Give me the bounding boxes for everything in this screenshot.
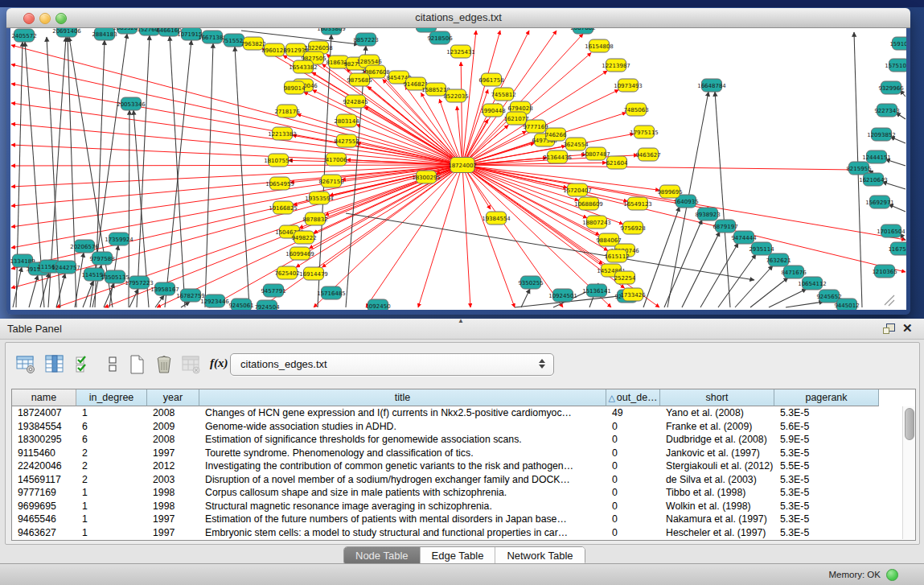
column-header-pagerank[interactable]: pagerank: [774, 389, 879, 406]
graph-node[interactable]: 746266: [545, 128, 567, 141]
cell-pagerank[interactable]: 5.3E-5: [774, 473, 879, 487]
window-titlebar[interactable]: citations_edges.txt: [6, 8, 910, 28]
cell-short[interactable]: Hescheler et al. (1997): [660, 526, 774, 540]
graph-node[interactable]: 16099469: [285, 247, 314, 260]
cell-in_degree[interactable]: 2: [76, 473, 147, 487]
cell-title[interactable]: Structural magnetic resonance image aver…: [199, 500, 606, 513]
graph-node[interactable]: 9498222: [291, 231, 316, 244]
table-source-dropdown[interactable]: citations_edges.txt: [230, 353, 554, 376]
cell-in_degree[interactable]: 1: [76, 526, 147, 540]
graph-node[interactable]: 19384554: [482, 212, 511, 225]
cell-pagerank[interactable]: 5.5E-5: [774, 459, 879, 473]
tab-edge-table[interactable]: Edge Table: [421, 547, 496, 565]
cell-name[interactable]: 18300295: [12, 433, 76, 447]
cell-out_de[interactable]: 0: [606, 513, 660, 526]
graph-node[interactable]: 16154808: [585, 39, 614, 52]
graph-node[interactable]: 18107554: [264, 154, 293, 167]
graph-node[interactable]: 9445012: [834, 299, 859, 310]
graph-node[interactable]: 16549123: [623, 197, 652, 210]
graph-node[interactable]: 417006: [326, 153, 347, 166]
graph-node[interactable]: 8471676: [781, 266, 807, 278]
table-vertical-scrollbar[interactable]: [902, 406, 915, 539]
cell-pagerank[interactable]: 5.6E-5: [774, 420, 879, 434]
graph-node[interactable]: 621604: [606, 156, 628, 169]
cell-out_de[interactable]: 0: [606, 526, 660, 540]
graph-node[interactable]: 9899695: [657, 185, 682, 198]
cell-year[interactable]: 2008: [147, 433, 199, 447]
graph-node[interactable]: 8522035: [443, 89, 468, 102]
graph-node[interactable]: 6961758: [478, 73, 503, 86]
cell-year[interactable]: 1998: [147, 486, 199, 500]
cell-year[interactable]: 2008: [147, 406, 199, 420]
table-row[interactable]: 2242004622012Investigating the contribut…: [12, 459, 903, 473]
graph-node[interactable]: 15751074: [885, 59, 906, 72]
scrollbar-thumb[interactable]: [905, 408, 914, 440]
close-panel-icon[interactable]: ✕: [902, 321, 913, 336]
cell-title[interactable]: Tourette syndrome. Phenomenology and cla…: [199, 447, 606, 460]
cell-short[interactable]: Dudbridge et al. (2008): [660, 433, 774, 447]
graph-node[interactable]: 9756928: [620, 221, 645, 234]
cell-pagerank[interactable]: 5.3E-5: [774, 486, 879, 500]
graph-node[interactable]: 13958167: [150, 282, 179, 295]
graph-node[interactable]: 12213987: [602, 59, 630, 72]
cell-title[interactable]: Changes of HCN gene expression and I(f) …: [199, 406, 606, 420]
graph-node[interactable]: 21364436: [543, 150, 572, 163]
graph-node[interactable]: 10654112: [798, 277, 827, 290]
cell-pagerank[interactable]: 5.3E-5: [774, 513, 879, 526]
cell-name[interactable]: 9115460: [12, 447, 76, 460]
graph-node[interactable]: 9875685: [347, 73, 372, 86]
cell-year[interactable]: 1998: [147, 500, 199, 513]
graph-node[interactable]: 7625402: [274, 266, 299, 279]
cell-short[interactable]: de Silva et al. (2003): [660, 473, 774, 487]
table-row[interactable]: 911546021997Tourette syndrome. Phenomeno…: [12, 447, 903, 460]
select-column-icon[interactable]: [44, 354, 65, 375]
graph-node[interactable]: 7485063: [623, 103, 648, 116]
table-row[interactable]: 946362711997Embryonic stem cells: a mode…: [12, 526, 903, 540]
column-header-title[interactable]: title: [199, 389, 606, 406]
cell-title[interactable]: Investigating the contribution of common…: [199, 459, 606, 473]
graph-node[interactable]: 9474444: [731, 231, 757, 244]
graph-node[interactable]: 17359924: [105, 233, 133, 245]
graph-node[interactable]: 12093852: [867, 128, 896, 141]
graph-node[interactable]: 12213383: [268, 127, 297, 140]
graph-node[interactable]: 2718176: [274, 105, 300, 117]
graph-node[interactable]: 9227343: [874, 104, 899, 117]
cell-name[interactable]: 9699695: [12, 500, 76, 513]
cell-name[interactable]: 9777169: [12, 486, 76, 500]
graph-node[interactable]: 15720407: [563, 183, 592, 196]
cell-year[interactable]: 2012: [147, 459, 199, 473]
float-panel-icon[interactable]: [883, 323, 895, 334]
graph-node[interactable]: 16648784: [697, 79, 726, 92]
select-rows-check-icon[interactable]: [74, 354, 95, 375]
cell-short[interactable]: Nakamura et al. (1997): [660, 513, 774, 526]
canvas-resize-grip-icon[interactable]: [889, 300, 894, 306]
cell-year[interactable]: 2009: [147, 420, 199, 434]
graph-node[interactable]: 6879197: [713, 220, 737, 233]
table-row[interactable]: 977716911998Corpus callosum shape and si…: [12, 486, 903, 500]
graph-node[interactable]: 15692971: [865, 196, 894, 208]
graph-node[interactable]: 2405572: [11, 29, 36, 42]
graph-node[interactable]: 9329966: [878, 81, 904, 94]
graph-node[interactable]: 9463627: [635, 148, 660, 161]
graph-node[interactable]: 9457791: [261, 284, 285, 297]
column-header-name[interactable]: name: [12, 389, 76, 406]
graph-node[interactable]: 10654955: [265, 177, 294, 190]
graph-node[interactable]: 9350255: [518, 276, 543, 289]
graph-node[interactable]: 1210365: [872, 265, 897, 278]
network-window[interactable]: citations_edges.txt 24055722069140628841…: [6, 8, 910, 315]
graph-node[interactable]: 1733426: [620, 288, 646, 301]
cell-in_degree[interactable]: 1: [76, 486, 147, 500]
new-document-icon[interactable]: [126, 354, 147, 375]
citation-network-graph[interactable]: 2405572206914062884183106532871527602646…: [10, 28, 906, 310]
cell-short[interactable]: Yano et al. (2008): [660, 406, 774, 420]
graph-node[interactable]: 16033809: [317, 28, 346, 35]
graph-node[interactable]: 16914479: [299, 267, 328, 280]
graph-node[interactable]: 20691406: [52, 28, 81, 37]
delete-trash-icon[interactable]: [154, 354, 175, 375]
cell-year[interactable]: 1997: [147, 526, 199, 540]
cell-in_degree[interactable]: 1: [76, 513, 147, 526]
table-row[interactable]: 969969511998Structural magnetic resonanc…: [12, 500, 903, 513]
cell-title[interactable]: Genome-wide association studies in ADHD.: [199, 420, 606, 434]
graph-node[interactable]: 1615112: [604, 249, 629, 262]
graph-node[interactable]: 9797588: [89, 252, 114, 265]
